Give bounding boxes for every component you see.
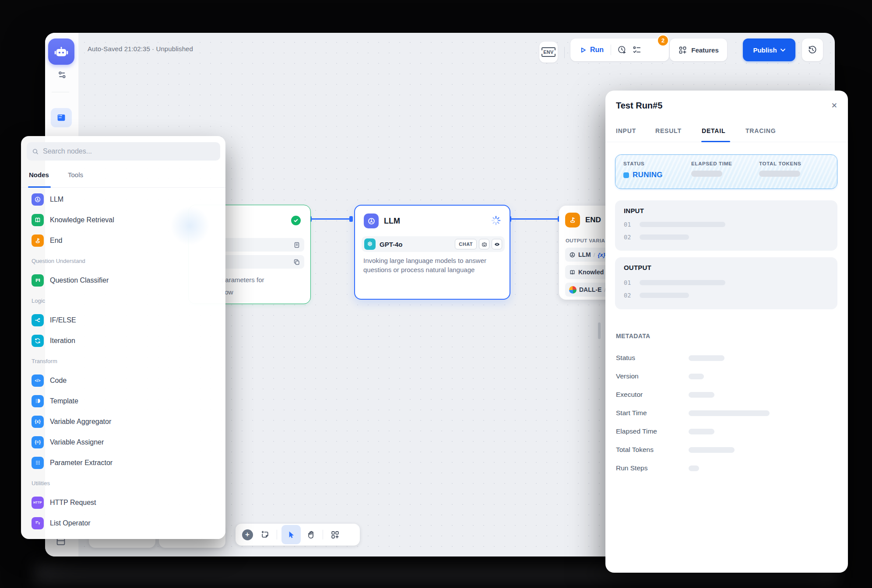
- input-row-2: 02: [624, 234, 689, 241]
- status-column: STATUS RUNING: [623, 161, 663, 179]
- metadata-rows: Status Version Executor Start Time Elaps…: [616, 349, 837, 477]
- node-item-end[interactable]: End: [21, 230, 225, 251]
- app-robot-logo[interactable]: [48, 38, 74, 65]
- classifier-icon: [32, 274, 44, 287]
- checklist-icon: [632, 45, 642, 55]
- run-button[interactable]: Run: [570, 46, 608, 54]
- output-label: OUTPUT: [624, 264, 651, 271]
- node-item-template[interactable]: Template: [21, 391, 225, 411]
- tab-tracing[interactable]: TRACING: [745, 127, 776, 134]
- features-label: Features: [691, 46, 719, 54]
- iteration-icon: [32, 335, 44, 347]
- toolbar-divider: [323, 530, 323, 539]
- status-label: STATUS: [623, 161, 663, 166]
- tab-nodes[interactable]: Nodes: [29, 171, 49, 178]
- skeleton-bar: [689, 429, 714, 434]
- panel-resize-handle[interactable]: [598, 322, 601, 339]
- success-check-icon: [291, 216, 301, 225]
- metadata-key: Total Tokens: [616, 446, 689, 454]
- close-icon[interactable]: ✕: [831, 101, 837, 110]
- toolbar-divider: [277, 530, 277, 539]
- metadata-key: Start Time: [616, 409, 689, 417]
- node-item-list-operator[interactable]: List Operator: [21, 513, 225, 533]
- workflow-settings-button[interactable]: [55, 68, 69, 82]
- node-panel-tabs: Nodes Tools: [21, 168, 225, 188]
- metadata-row-run-steps: Run Steps: [616, 459, 837, 477]
- pill-variable: {x}: [598, 252, 605, 258]
- window-icon: [56, 112, 67, 123]
- llm-model-selector[interactable]: GPT-4o CHAT: [362, 236, 505, 252]
- llm-node-description: Invoking large language models to answer…: [363, 256, 504, 274]
- clock-play-icon: [617, 45, 627, 55]
- section-question-understand: Question Understand: [21, 251, 225, 270]
- node-search-input[interactable]: [43, 147, 215, 155]
- node-item-parameter-extractor[interactable]: Parameter Extractor: [21, 452, 225, 473]
- code-glyph: </>: [35, 378, 40, 383]
- skeleton-bar: [689, 447, 735, 453]
- run-history-button[interactable]: [615, 42, 629, 57]
- add-node-button[interactable]: +: [240, 527, 255, 542]
- metadata-row-version: Version: [616, 367, 837, 385]
- node-item-if-else[interactable]: IF/ELSE: [21, 310, 225, 330]
- node-item-label: Parameter Extractor: [50, 459, 113, 467]
- node-item-knowledge-retrieval[interactable]: Knowledge Retrieval: [21, 210, 225, 230]
- version-history-button[interactable]: [802, 38, 823, 61]
- row-number: 01: [624, 279, 631, 286]
- node-item-llm[interactable]: LLM: [21, 189, 225, 210]
- add-note-button[interactable]: [257, 527, 272, 542]
- edge-start-to-llm: [312, 218, 353, 220]
- end-node-header: END: [565, 213, 601, 228]
- vision-robot-icon[interactable]: [479, 239, 489, 249]
- section-logic: Logic: [21, 290, 225, 310]
- elapsed-time-label: ELAPSED TIME: [691, 161, 732, 166]
- pointer-mode-button[interactable]: [281, 525, 301, 544]
- output-card: OUTPUT 01 02: [615, 257, 837, 309]
- node-item-variable-assigner[interactable]: {=} Variable Assigner: [21, 432, 225, 452]
- pill-label: Knowled: [578, 269, 604, 276]
- hand-icon: [306, 530, 316, 539]
- metadata-row-start-time: Start Time: [616, 404, 837, 422]
- publish-button[interactable]: Publish: [743, 38, 795, 61]
- vision-eye-icon[interactable]: [492, 239, 502, 249]
- node-item-iteration[interactable]: Iteration: [21, 330, 225, 351]
- metadata-label: METADATA: [616, 332, 650, 340]
- checklist-button[interactable]: [629, 42, 644, 57]
- total-tokens-label: TOTAL TOKENS: [759, 161, 801, 166]
- hand-mode-button[interactable]: [303, 527, 318, 542]
- copy-icon: [293, 259, 300, 266]
- node-item-question-classifier[interactable]: Question Classifier: [21, 270, 225, 290]
- metadata-key: Elapsed Time: [616, 427, 689, 435]
- tab-tools[interactable]: Tools: [68, 171, 83, 178]
- end-node-title: END: [585, 216, 601, 224]
- skeleton-bar: [640, 222, 725, 227]
- tab-input[interactable]: INPUT: [616, 127, 636, 134]
- node-item-variable-aggregator[interactable]: {x} Variable Aggregator: [21, 411, 225, 432]
- pill-label: LLM: [578, 251, 591, 258]
- node-item-code[interactable]: </> Code: [21, 370, 225, 391]
- env-variables-button[interactable]: ENV: [539, 42, 558, 63]
- node-item-label: Question Classifier: [50, 276, 109, 284]
- features-button[interactable]: Features: [670, 38, 727, 61]
- tab-detail[interactable]: DETAIL: [702, 127, 725, 134]
- metadata-row-total-tokens: Total Tokens: [616, 441, 837, 459]
- flag-icon: [32, 234, 44, 247]
- organize-layout-button[interactable]: [327, 527, 342, 542]
- branch-icon: [32, 314, 44, 326]
- node-item-http-request[interactable]: HTTP HTTP Request: [21, 492, 225, 513]
- tab-result[interactable]: RESULT: [655, 127, 682, 134]
- edge-handle[interactable]: [349, 216, 353, 222]
- cursor-icon: [287, 530, 296, 539]
- note-icon: [260, 530, 270, 539]
- env-icon: ENV: [543, 49, 554, 55]
- pill-separator: /: [594, 252, 595, 258]
- history-icon: [808, 45, 817, 55]
- node-item-label: Knowledge Retrieval: [50, 216, 114, 224]
- active-tab-underline: [28, 186, 51, 188]
- skeleton-bar: [689, 392, 714, 398]
- llm-node[interactable]: LLM GPT-4o CHAT Invoking la: [354, 205, 510, 300]
- chevron-down-icon: [781, 49, 785, 52]
- panel-toggle-button[interactable]: [51, 108, 72, 127]
- metadata-row-status: Status: [616, 349, 837, 367]
- node-item-label: Iteration: [50, 337, 75, 345]
- node-item-label: Variable Aggregator: [50, 418, 111, 426]
